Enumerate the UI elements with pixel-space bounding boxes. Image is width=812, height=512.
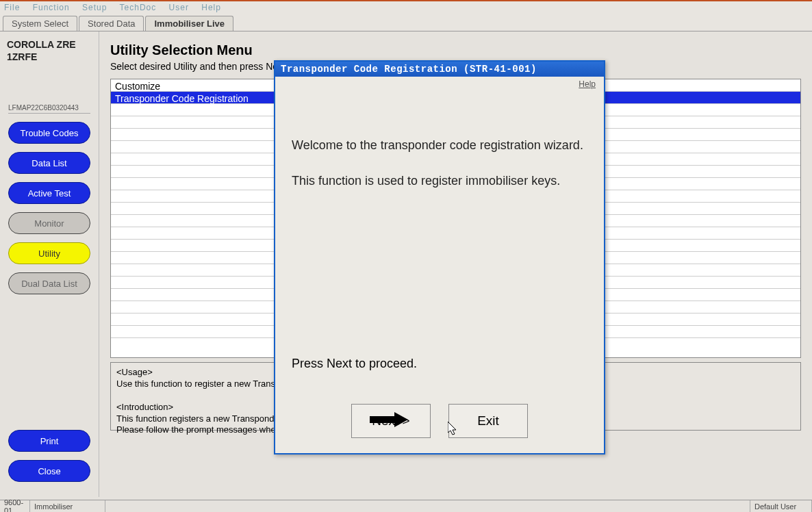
menu-user[interactable]: User	[169, 3, 189, 12]
status-bar: 9600-01 Immobiliser Default User	[0, 500, 812, 512]
tab-stored-data[interactable]: Stored Data	[79, 16, 144, 31]
exit-button[interactable]: Exit	[448, 404, 528, 438]
status-user: Default User	[750, 500, 812, 512]
dialog-welcome-text: Welcome to the transponder code registra…	[292, 137, 587, 153]
active-test-button[interactable]: Active Test	[8, 182, 90, 204]
page-title: Utility Selection Menu	[110, 42, 801, 58]
dialog-help-link[interactable]: Help	[275, 77, 604, 89]
dialog-proceed-text: Press Next to proceed.	[292, 357, 417, 371]
menubar: File Function Setup TechDoc User Help	[0, 1, 812, 14]
utility-button[interactable]: Utility	[8, 242, 90, 264]
sidebar: COROLLA ZRE 1ZRFE LFMAP22C6B0320443 Trou…	[0, 31, 99, 497]
tab-bar: System Select Stored Data Immobiliser Li…	[0, 14, 812, 31]
dialog-title: Transponder Code Registration (STR-41-00…	[275, 62, 604, 77]
dual-data-list-button: Dual Data List	[8, 272, 90, 294]
tab-immobiliser-live[interactable]: Immobiliser Live	[145, 16, 233, 31]
status-code: 9600-01	[0, 500, 30, 512]
transponder-dialog: Transponder Code Registration (STR-41-00…	[274, 60, 605, 455]
data-list-button[interactable]: Data List	[8, 152, 90, 174]
next-button[interactable]: Next >	[351, 404, 431, 438]
menu-function[interactable]: Function	[33, 3, 70, 12]
vin-label: LFMAP22C6B0320443	[8, 104, 90, 114]
vehicle-name: COROLLA ZRE 1ZRFE	[4, 38, 94, 63]
tab-system-select[interactable]: System Select	[3, 16, 77, 31]
menu-techdoc[interactable]: TechDoc	[120, 3, 157, 12]
print-button[interactable]: Print	[8, 430, 90, 452]
menu-setup[interactable]: Setup	[82, 3, 107, 12]
dialog-desc-text: This function is used to register immobi…	[292, 172, 587, 189]
monitor-button: Monitor	[8, 212, 90, 234]
menu-help[interactable]: Help	[201, 3, 221, 12]
trouble-codes-button[interactable]: Trouble Codes	[8, 122, 90, 144]
status-blank	[105, 500, 750, 512]
status-module: Immobiliser	[30, 500, 105, 512]
menu-file[interactable]: File	[4, 3, 20, 12]
close-button[interactable]: Close	[8, 460, 90, 482]
